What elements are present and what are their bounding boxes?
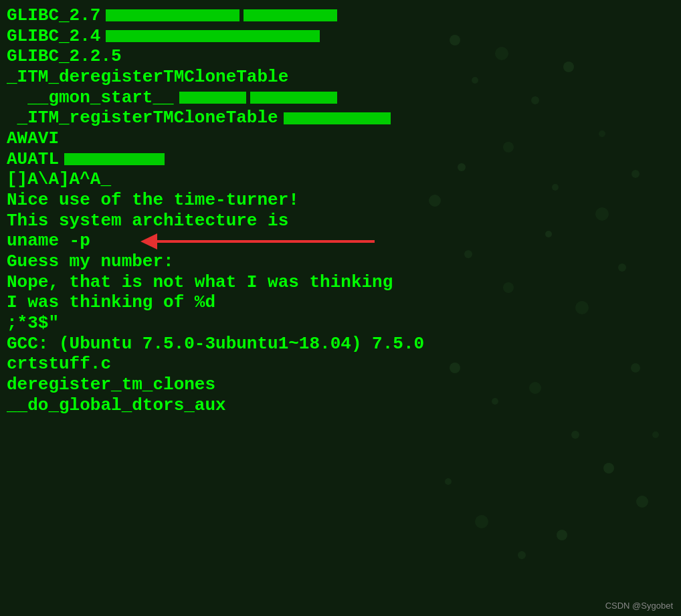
bar-3 (106, 30, 320, 42)
terminal-line-itm-dereg: _ITM_deregisterTMCloneTable (7, 67, 674, 88)
gcc-text: GCC: (Ubuntu 7.5.0-3ubuntu1~18.04) 7.5.0 (7, 334, 424, 354)
gmon-text: __gmon_start__ (7, 88, 174, 108)
terminal-line-glibc225: GLIBC_2.2.5 (7, 46, 674, 67)
do-global-text: __do_global_dtors_aux (7, 395, 226, 416)
bar-1 (106, 9, 239, 21)
gmon-bars (179, 92, 341, 104)
bar-6 (284, 112, 391, 124)
terminal-line-brackets: []A\A]A^A_ (7, 169, 674, 190)
itm-reg-bars (284, 112, 395, 124)
bar-7 (64, 153, 165, 165)
svg-point-15 (571, 431, 579, 439)
glibc-27-text: GLIBC_2.7 (7, 5, 100, 26)
special-text: ;*3$" (7, 313, 59, 334)
bar-4 (179, 92, 246, 104)
terminal-line-nice-use: Nice use of the time-turner! (7, 190, 674, 211)
watermark: CSDN @Sygobet (605, 601, 673, 611)
terminal-window: GLIBC_2.7 GLIBC_2.4 GLIBC_2.2.5 _ITM_der… (0, 0, 681, 616)
thinking-text: I was thinking of %d (7, 292, 215, 313)
itm-dereg-text: _ITM_deregisterTMCloneTable (7, 67, 288, 88)
terminal-line-nope: Nope, that is not what I was thinking (7, 272, 674, 293)
nice-use-text: Nice use of the time-turner! (7, 190, 299, 211)
terminal-line-do-global: __do_global_dtors_aux (7, 395, 674, 416)
terminal-line-special: ;*3$" (7, 313, 674, 334)
terminal-line-gcc: GCC: (Ubuntu 7.5.0-3ubuntu1~18.04) 7.5.0 (7, 334, 674, 354)
guess-text: Guess my number: (7, 251, 174, 272)
svg-point-16 (603, 463, 614, 474)
glibc-24-bars (106, 30, 324, 42)
brackets-text: []A\A]A^A_ (7, 169, 111, 190)
bar-5 (250, 92, 337, 104)
awavi-text: AWAVI (7, 128, 59, 149)
dereg-tm-text: deregister_tm_clones (7, 375, 215, 395)
red-arrow-annotation (134, 228, 388, 255)
svg-marker-30 (140, 233, 157, 249)
auatl-text: AUATL (7, 149, 59, 170)
terminal-line-glibc27: GLIBC_2.7 (7, 5, 674, 26)
glibc-24-text: GLIBC_2.4 (7, 26, 100, 47)
svg-point-17 (445, 478, 452, 485)
terminal-line-uname: uname -p (7, 231, 674, 251)
bar-2 (244, 9, 337, 21)
glibc-225-text: GLIBC_2.2.5 (7, 46, 122, 67)
uname-text: uname -p (7, 231, 90, 251)
nope-text: Nope, that is not what I was thinking (7, 272, 393, 293)
svg-point-19 (518, 551, 526, 559)
svg-point-18 (475, 515, 488, 528)
svg-point-23 (636, 496, 648, 508)
terminal-line-auatl: AUATL (7, 149, 674, 170)
terminal-content: GLIBC_2.7 GLIBC_2.4 GLIBC_2.2.5 _ITM_der… (7, 5, 674, 415)
terminal-line-dereg-tm: deregister_tm_clones (7, 375, 674, 395)
terminal-line-gmon: __gmon_start__ (7, 88, 674, 108)
glibc-27-bars (106, 9, 341, 21)
svg-point-20 (557, 530, 567, 540)
crtstuff-text: crtstuff.c (7, 354, 111, 375)
terminal-line-itm-reg: _ITM_registerTMCloneTable (7, 108, 674, 128)
itm-reg-text: _ITM_registerTMCloneTable (7, 108, 278, 128)
terminal-line-guess: Guess my number: (7, 251, 674, 272)
auatl-bars (64, 153, 169, 165)
svg-point-22 (652, 431, 659, 438)
terminal-line-thinking: I was thinking of %d (7, 292, 674, 313)
terminal-line-awavi: AWAVI (7, 128, 674, 149)
terminal-line-glibc24: GLIBC_2.4 (7, 26, 674, 47)
terminal-line-crtstuff: crtstuff.c (7, 354, 674, 375)
